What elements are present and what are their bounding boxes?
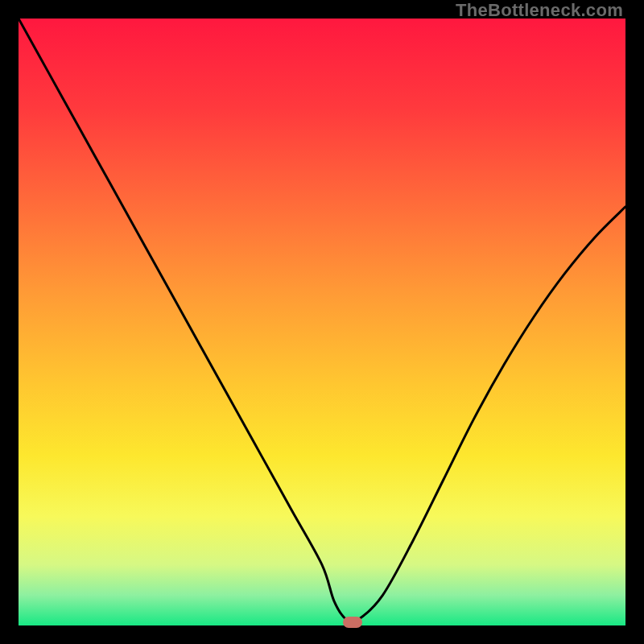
plot-background — [19, 19, 625, 625]
chart-frame: TheBottleneck.com — [0, 0, 644, 644]
bottleneck-plot — [19, 19, 625, 625]
bottleneck-marker — [343, 617, 362, 628]
